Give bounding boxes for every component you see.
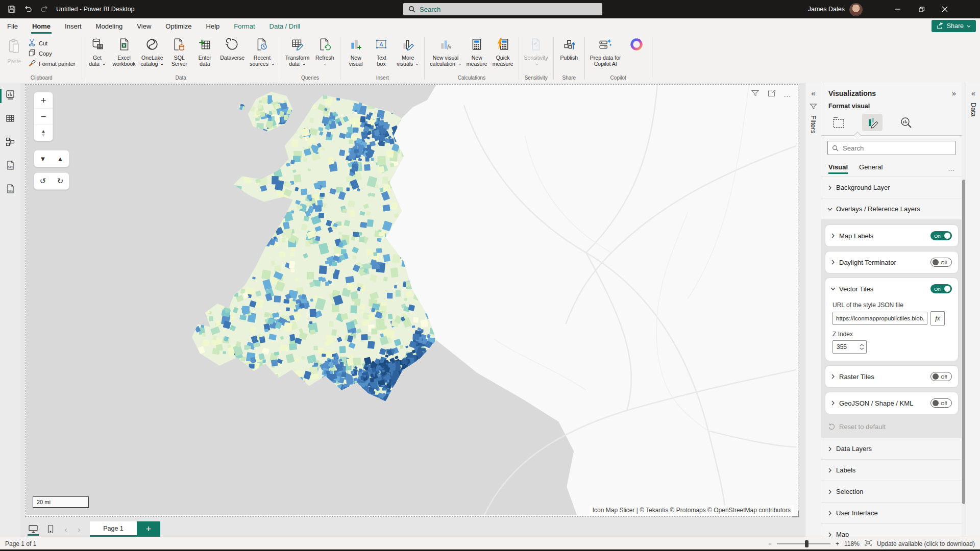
card-daylight-terminator[interactable]: Daylight Terminator Off — [825, 252, 958, 273]
avatar[interactable] — [849, 3, 863, 16]
sidebar-item-model-view[interactable] — [0, 133, 20, 153]
raster-tiles-toggle[interactable]: Off — [930, 372, 952, 381]
section-selection[interactable]: Selection — [821, 481, 962, 502]
sidebar-item-report-view[interactable] — [0, 86, 20, 106]
minimize-button[interactable] — [886, 0, 910, 18]
text-box-button[interactable]: ATextbox — [369, 36, 394, 67]
tilt-down-button[interactable]: ▼ — [34, 151, 52, 167]
map-labels-toggle[interactable]: On — [930, 231, 952, 240]
sql-server-button[interactable]: SQLServer — [166, 36, 192, 67]
desktop-view-button[interactable] — [24, 521, 42, 537]
panel-search-box[interactable] — [827, 141, 956, 155]
card-vector-tiles[interactable]: Vector Tiles On URL of the style JSON fi… — [825, 278, 958, 361]
quick-measure-button[interactable]: Quickmeasure — [490, 36, 516, 67]
data-pane-label[interactable]: Data — [970, 103, 977, 116]
scrollbar-thumb[interactable] — [962, 180, 965, 504]
daylight-terminator-toggle[interactable]: Off — [930, 258, 952, 267]
zindex-stepper[interactable]: 355 — [832, 340, 867, 354]
section-background-layer[interactable]: Background Layer — [821, 177, 962, 198]
fx-button[interactable]: fx — [930, 311, 945, 325]
save-icon[interactable] — [7, 5, 16, 14]
transform-data-button[interactable]: Transformdata — [283, 36, 312, 67]
copilot-button[interactable] — [624, 36, 649, 55]
more-options-icon[interactable]: … — [783, 90, 792, 98]
section-overlays[interactable]: Overlays / Reference Layers — [821, 198, 962, 220]
prep-data-for-copilot-ai-button[interactable]: Prep data forCopilot AI — [587, 36, 624, 67]
zoom-slider[interactable] — [777, 543, 830, 544]
menu-file[interactable]: File — [0, 18, 25, 34]
add-page-button[interactable]: + — [137, 521, 160, 537]
tabs-more-icon[interactable]: … — [948, 165, 955, 172]
recent-sources-button[interactable]: Recentsources — [247, 36, 277, 67]
fit-to-page-icon[interactable] — [865, 540, 872, 547]
tab-general[interactable]: General — [859, 163, 883, 174]
copy-button[interactable]: Copy — [26, 48, 78, 58]
geojson-toggle[interactable]: Off — [930, 398, 952, 408]
excel-workbook-button[interactable]: Excelworkbook — [110, 36, 138, 67]
section-data-layers[interactable]: Data Layers — [821, 438, 962, 459]
section-map[interactable]: Map — [821, 523, 962, 537]
map-pitch-button[interactable]: ▲▼ — [34, 125, 53, 141]
menu-help[interactable]: Help — [199, 18, 227, 34]
menu-modeling[interactable]: Modeling — [89, 18, 130, 34]
refresh-button[interactable]: Refresh — [312, 36, 337, 67]
expand-filters-icon[interactable]: « — [805, 89, 821, 97]
menu-format[interactable]: Format — [227, 18, 262, 34]
style-json-url-input[interactable] — [832, 312, 927, 325]
next-page-arrow[interactable]: › — [72, 521, 86, 537]
section-labels[interactable]: Labels — [821, 459, 962, 481]
menu-data-drill[interactable]: Data / Drill — [262, 18, 308, 34]
format-visual-tab-icon[interactable] — [862, 114, 883, 131]
menu-view[interactable]: View — [130, 18, 158, 34]
sidebar-item-tmdl-view[interactable]: TMDL — [0, 180, 20, 200]
stepper-up-icon[interactable] — [860, 344, 864, 346]
page-tab[interactable]: Page 1 — [90, 521, 137, 537]
undo-icon[interactable] — [23, 5, 33, 14]
sidebar-item-dax-query-view[interactable]: DAX — [0, 156, 20, 177]
new-visual-button[interactable]: Newvisual — [343, 36, 369, 67]
get-data-button[interactable]: Getdata — [85, 36, 110, 67]
build-visual-tab-icon[interactable] — [828, 114, 849, 131]
cut-button[interactable]: Cut — [26, 38, 78, 48]
dataverse-button[interactable]: Dataverse — [217, 36, 247, 61]
menu-home[interactable]: Home — [25, 18, 58, 34]
collapse-panel-icon[interactable]: » — [952, 89, 956, 97]
panel-scrollbar[interactable] — [962, 83, 966, 537]
onelake-catalog-button[interactable]: OneLakecatalog — [138, 36, 166, 67]
update-available-link[interactable]: Update available (click to download) — [877, 540, 975, 547]
filters-pane-label[interactable]: Filters — [810, 115, 817, 133]
user-name[interactable]: James Dales — [808, 0, 845, 18]
stepper-down-icon[interactable] — [860, 347, 864, 350]
redo-icon[interactable] — [40, 5, 49, 14]
report-canvas[interactable]: + − ▲▼ ▼ ▲ ↺ ↻ 20 mi Icon Map Slicer | ©… — [20, 83, 805, 537]
panel-search-input[interactable] — [842, 144, 955, 153]
restore-button[interactable] — [910, 0, 933, 18]
new-measure-button[interactable]: Newmeasure — [464, 36, 490, 67]
map-visual[interactable]: + − ▲▼ ▼ ▲ ↺ ↻ 20 mi Icon Map Slicer | ©… — [25, 84, 798, 517]
tilt-up-button[interactable]: ▲ — [52, 151, 69, 167]
new-visual-calculation-button[interactable]: fxNew visualcalculation — [427, 36, 464, 67]
expand-data-icon[interactable]: « — [966, 89, 980, 97]
vector-tiles-toggle[interactable]: On — [930, 284, 952, 293]
filter-icon[interactable] — [751, 89, 760, 99]
zoom-out-button[interactable]: − — [768, 540, 772, 547]
more-visuals-button[interactable]: Morevisuals — [394, 36, 422, 67]
focus-mode-icon[interactable] — [767, 89, 776, 99]
zoom-slider-handle[interactable] — [805, 540, 808, 547]
map-zoom-in-button[interactable]: + — [34, 92, 53, 109]
card-map-labels[interactable]: Map Labels On — [825, 225, 958, 246]
zoom-level[interactable]: 118% — [844, 540, 860, 547]
map-zoom-out-button[interactable]: − — [34, 109, 53, 125]
share-button[interactable]: Share — [932, 20, 976, 32]
prev-page-arrow[interactable]: ‹ — [59, 521, 72, 537]
card-geojson[interactable]: GeoJSON / Shape / KML Off — [825, 392, 958, 414]
menu-insert[interactable]: Insert — [58, 18, 89, 34]
rotate-ccw-button[interactable]: ↺ — [34, 173, 52, 189]
tab-visual[interactable]: Visual — [828, 163, 848, 174]
card-raster-tiles[interactable]: Raster Tiles Off — [825, 366, 958, 387]
analytics-tab-icon[interactable] — [896, 114, 916, 131]
mobile-view-button[interactable] — [42, 521, 59, 537]
reset-to-default-button[interactable]: Reset to default — [825, 419, 958, 437]
zoom-in-button[interactable]: + — [836, 540, 839, 547]
wales-choropleth-map[interactable] — [26, 85, 797, 515]
